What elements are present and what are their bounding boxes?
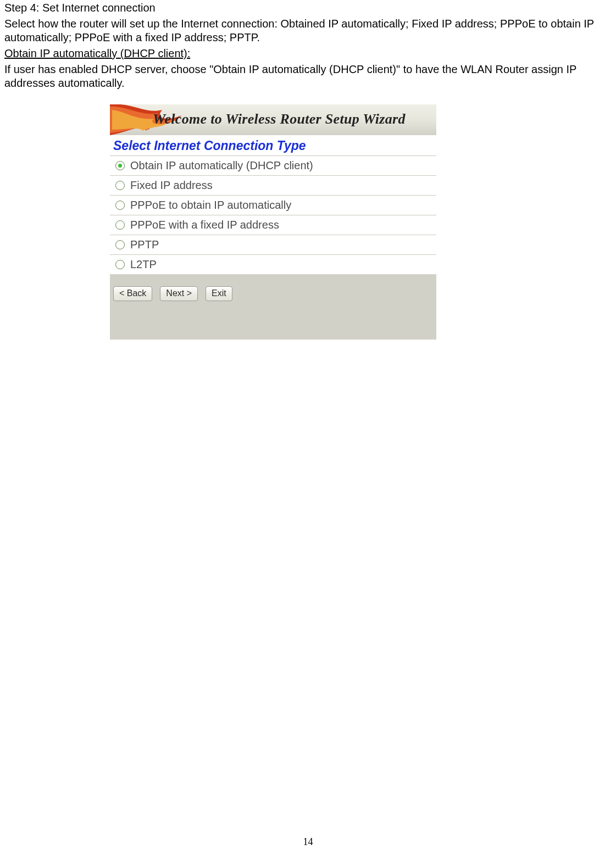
wizard-button-row: < Back Next > Exit <box>110 274 436 340</box>
option-obtain-ip-auto[interactable]: Obtain IP automatically (DHCP client) <box>110 155 436 175</box>
radio-icon <box>115 220 125 230</box>
option-pptp[interactable]: PPTP <box>110 235 436 254</box>
option-label: PPPoE with a fixed IP address <box>130 219 279 231</box>
radio-icon <box>115 260 125 269</box>
option-pppoe-auto[interactable]: PPPoE to obtain IP automatically <box>110 195 436 215</box>
option-fixed-ip[interactable]: Fixed IP address <box>110 175 436 195</box>
setup-wizard-screenshot: Welcome to Wireless Router Setup Wizard … <box>110 104 436 340</box>
option-label: PPPoE to obtain IP automatically <box>130 199 291 212</box>
option-l2tp[interactable]: L2TP <box>110 254 436 274</box>
radio-icon <box>115 201 125 210</box>
radio-icon <box>115 240 125 249</box>
document-body: Step 4: Set Internet connection Select h… <box>0 1 616 90</box>
wizard-section-heading: Select Internet Connection Type <box>110 135 436 155</box>
option-label: PPTP <box>130 238 159 251</box>
option-label: Fixed IP address <box>130 179 213 192</box>
back-button[interactable]: < Back <box>113 286 152 301</box>
step-title: Step 4: Set Internet connection <box>4 1 612 15</box>
next-button[interactable]: Next > <box>160 286 198 301</box>
option-label: Obtain IP automatically (DHCP client) <box>130 159 313 172</box>
radio-icon <box>115 161 125 170</box>
paragraph-2: If user has enabled DHCP server, choose … <box>4 63 612 90</box>
subheading-dhcp: Obtain IP automatically (DHCP client): <box>4 47 612 60</box>
paragraph-1: Select how the router will set up the In… <box>4 17 612 45</box>
option-label: L2TP <box>130 258 157 271</box>
page-number: 14 <box>0 836 616 848</box>
wizard-banner-title: Welcome to Wireless Router Setup Wizard <box>153 111 406 127</box>
radio-icon <box>115 181 125 190</box>
wizard-banner: Welcome to Wireless Router Setup Wizard <box>110 104 436 135</box>
exit-button[interactable]: Exit <box>206 286 232 301</box>
option-pppoe-fixed[interactable]: PPPoE with a fixed IP address <box>110 215 436 235</box>
wizard-options-panel: Obtain IP automatically (DHCP client) Fi… <box>110 155 436 340</box>
